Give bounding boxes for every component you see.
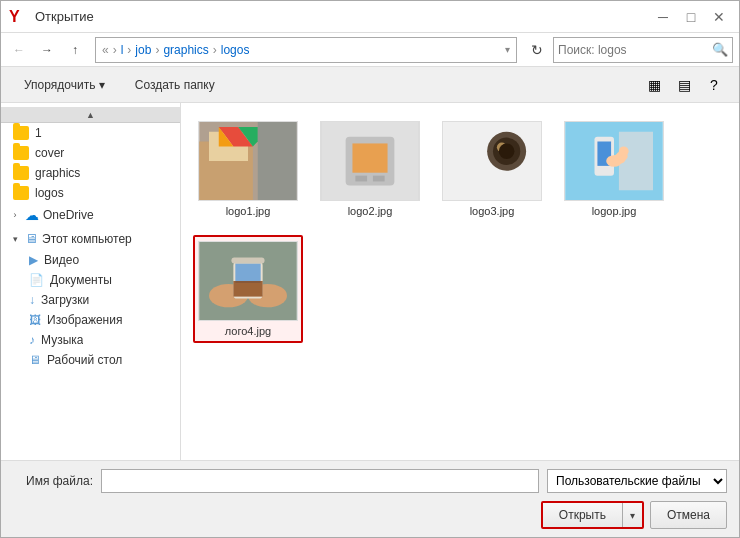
sidebar-item-downloads[interactable]: ↓ Загрузки	[1, 290, 180, 310]
downloads-icon: ↓	[29, 293, 35, 307]
sidebar-item-logos[interactable]: logos	[1, 183, 180, 203]
view-toggle-button[interactable]: ▦	[641, 72, 667, 98]
title-bar: Y Открытие ─ □ ✕	[1, 1, 739, 33]
file-area: logo1.jpg logo2.jpg	[181, 103, 739, 460]
file-thumbnail-logo2	[320, 121, 420, 201]
file-item-logo3[interactable]: logo3.jpg	[437, 115, 547, 223]
filename-label: Имя файла:	[13, 474, 93, 488]
breadcrumb-l[interactable]: l	[121, 43, 124, 57]
title-bar-left: Y Открытие	[9, 8, 94, 26]
file-item-logop[interactable]: logop.jpg	[559, 115, 669, 223]
minimize-button[interactable]: ─	[651, 5, 675, 29]
svg-rect-9	[352, 143, 387, 172]
svg-point-16	[499, 143, 515, 159]
search-box: 🔍	[553, 37, 733, 63]
pane-toggle-button[interactable]: ▤	[671, 72, 697, 98]
filename-input[interactable]	[101, 469, 539, 493]
filetype-select[interactable]: Пользовательские файлы Все файлы JPEG (*…	[547, 469, 727, 493]
sidebar: ▲ 1 cover graphics logos › ☁	[1, 103, 181, 460]
open-button[interactable]: Открыть	[543, 503, 622, 527]
file-thumbnail-logo1	[198, 121, 298, 201]
sidebar-item-music[interactable]: ♪ Музыка	[1, 330, 180, 350]
sidebar-scroll-up[interactable]: ▲	[1, 107, 180, 123]
cancel-button[interactable]: Отмена	[650, 501, 727, 529]
music-icon: ♪	[29, 333, 35, 347]
docs-icon: 📄	[29, 273, 44, 287]
breadcrumb-graphics[interactable]: graphics	[163, 43, 208, 57]
svg-rect-10	[355, 176, 367, 182]
filetype-dropdown-wrapper: Пользовательские файлы Все файлы JPEG (*…	[547, 469, 727, 493]
sidebar-item-documents[interactable]: 📄 Документы	[1, 270, 180, 290]
sidebar-group-mycomputer[interactable]: ▾ 🖥 Этот компьютер	[1, 227, 180, 250]
maximize-button[interactable]: □	[679, 5, 703, 29]
file-grid: logo1.jpg logo2.jpg	[193, 115, 727, 343]
search-input[interactable]	[558, 43, 712, 57]
svg-rect-29	[235, 263, 260, 283]
new-folder-button[interactable]: Создать папку	[124, 72, 226, 98]
svg-rect-30	[231, 258, 264, 264]
svg-rect-6	[258, 122, 297, 200]
nav-bar: ← → ↑ « › l › job › graphics › logos ▾ ↻…	[1, 33, 739, 67]
search-button[interactable]: 🔍	[712, 42, 728, 57]
close-button[interactable]: ✕	[707, 5, 731, 29]
file-thumbnail-logop	[564, 121, 664, 201]
file-item-logo4[interactable]: лого4.jpg	[193, 235, 303, 343]
desktop-icon: 🖥	[29, 353, 41, 367]
action-buttons: Открыть ▾ Отмена	[13, 501, 727, 529]
folder-icon	[13, 166, 29, 180]
back-button[interactable]: ←	[7, 38, 31, 62]
cloud-icon: ☁	[25, 207, 39, 223]
images-icon: 🖼	[29, 313, 41, 327]
breadcrumb-job[interactable]: job	[135, 43, 151, 57]
title-controls: ─ □ ✕	[651, 5, 731, 29]
bottom-bar: Имя файла: Пользовательские файлы Все фа…	[1, 460, 739, 537]
computer-icon: 🖥	[25, 231, 38, 246]
sidebar-item-desktop[interactable]: 🖥 Рабочий стол	[1, 350, 180, 370]
file-name-logo1: logo1.jpg	[226, 205, 271, 217]
folder-icon	[13, 126, 29, 140]
toolbar: Упорядочить ▾ Создать папку ▦ ▤ ?	[1, 67, 739, 103]
breadcrumb-root[interactable]: «	[102, 43, 109, 57]
file-item-logo1[interactable]: logo1.jpg	[193, 115, 303, 223]
toolbar-right: ▦ ▤ ?	[641, 72, 727, 98]
folder-icon	[13, 186, 29, 200]
sidebar-item-cover[interactable]: cover	[1, 143, 180, 163]
breadcrumb: « › l › job › graphics › logos ▾	[95, 37, 517, 63]
main-content: ▲ 1 cover graphics logos › ☁	[1, 103, 739, 460]
open-button-group: Открыть ▾	[541, 501, 644, 529]
organize-button[interactable]: Упорядочить ▾	[13, 72, 116, 98]
chevron-down-icon: ▾	[9, 233, 21, 245]
help-button[interactable]: ?	[701, 72, 727, 98]
file-name-logo2: logo2.jpg	[348, 205, 393, 217]
open-dropdown-arrow[interactable]: ▾	[622, 503, 642, 527]
forward-button[interactable]: →	[35, 38, 59, 62]
up-button[interactable]: ↑	[63, 38, 87, 62]
chevron-right-icon: ›	[9, 209, 21, 221]
sidebar-item-video[interactable]: ▶ Видео	[1, 250, 180, 270]
file-thumbnail-logo4	[198, 241, 298, 321]
file-name-logo4: лого4.jpg	[225, 325, 271, 337]
window-title: Открытие	[35, 9, 94, 24]
app-icon: Y	[9, 8, 27, 26]
video-icon: ▶	[29, 253, 38, 267]
breadcrumb-logos[interactable]: logos	[221, 43, 250, 57]
open-dialog: Y Открытие ─ □ ✕ ← → ↑ « › l › job › gra…	[0, 0, 740, 538]
refresh-button[interactable]: ↻	[525, 38, 549, 62]
svg-rect-11	[373, 176, 385, 182]
sidebar-item-graphics[interactable]: graphics	[1, 163, 180, 183]
file-name-logo3: logo3.jpg	[470, 205, 515, 217]
sidebar-item-1[interactable]: 1	[1, 123, 180, 143]
svg-rect-31	[233, 281, 262, 297]
sidebar-item-images[interactable]: 🖼 Изображения	[1, 310, 180, 330]
file-thumbnail-logo3	[442, 121, 542, 201]
dropdown-arrow-icon: ▾	[505, 44, 510, 55]
svg-point-24	[619, 146, 629, 156]
file-item-logo2[interactable]: logo2.jpg	[315, 115, 425, 223]
sidebar-group-onedrive[interactable]: › ☁ OneDrive	[1, 203, 180, 227]
file-name-logop: logop.jpg	[592, 205, 637, 217]
filename-row: Имя файла: Пользовательские файлы Все фа…	[13, 469, 727, 493]
folder-icon	[13, 146, 29, 160]
